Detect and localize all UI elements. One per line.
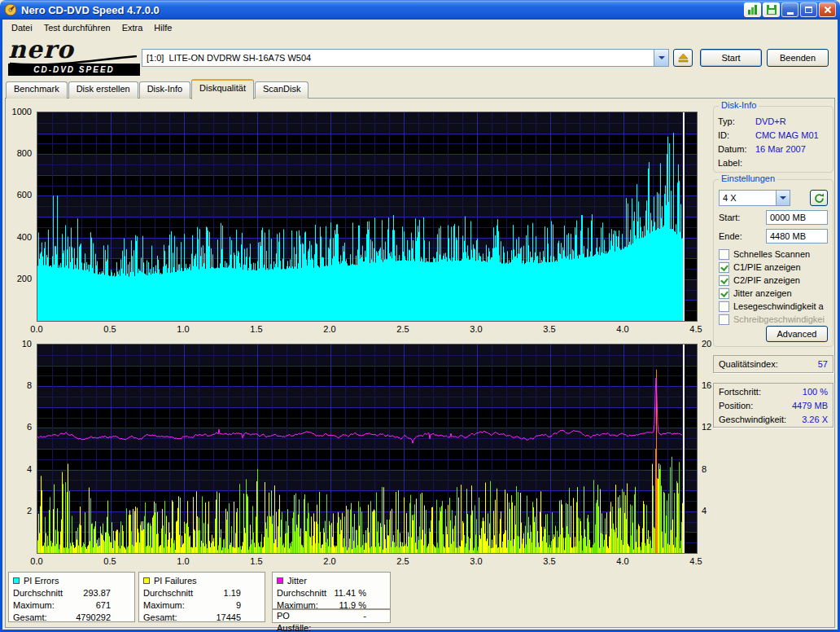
close-button[interactable] [819, 2, 836, 17]
checkbox-box [719, 301, 729, 312]
axis-tick-label: 6 [27, 422, 32, 432]
eject-icon [678, 53, 689, 63]
axis-tick-label: 2.0 [319, 556, 340, 566]
axis-tick-label: 3.0 [466, 556, 487, 566]
checkbox-box [719, 275, 729, 286]
axis-tick-label: 3.5 [539, 324, 560, 334]
diskqualitaet-tab-page: 2004006008001000 0.00.51.01.52.02.53.03.… [5, 98, 835, 628]
eject-button[interactable] [673, 49, 693, 67]
checkbox-jitter[interactable]: Jitter anzeigen [714, 287, 833, 300]
stat-value: 11.41 % [326, 587, 386, 599]
po-value: - [311, 610, 386, 622]
pi-failures-legend-title: PI Failures [154, 576, 197, 586]
disk-info-label: ID: [718, 129, 755, 143]
checkbox-label: Lesegeschwindigkeit a [733, 301, 824, 311]
scan-end-field[interactable]: 4480 MB [766, 229, 828, 244]
axis-tick-label: 0.5 [99, 556, 120, 566]
titlebar-chart-icon[interactable] [744, 2, 761, 17]
disk-info-label: Typ: [718, 115, 755, 129]
checkbox-label: Schreibgeschwindigkei [733, 314, 825, 324]
refresh-speed-button[interactable] [810, 190, 828, 206]
progress-label: Geschwindigkeit: [719, 413, 802, 427]
tab-bar: Benchmark Disk erstellen Disk-Info Diskq… [6, 81, 309, 99]
axis-tick-label: 4 [27, 464, 32, 474]
pi-errors-legend: PI Errors Durchschnitt293.87 Maximum:671… [8, 572, 135, 622]
pi-failures-legend: PI Failures Durchschnitt1.19 Maximum:9 G… [138, 572, 265, 622]
tab-scandisk[interactable]: ScanDisk [255, 81, 308, 99]
maximize-button[interactable] [800, 2, 817, 17]
axis-tick-label: 2 [27, 506, 32, 516]
stat-value: 293.87 [63, 587, 130, 599]
checkbox-box [719, 262, 729, 273]
axis-tick-label: 2.5 [392, 556, 413, 566]
axis-tick-label: 4.0 [612, 324, 633, 334]
progress-value: 4479 MB [792, 399, 828, 413]
axis-tick-label: 4.5 [685, 324, 707, 334]
scan-speed-arrow[interactable] [776, 191, 790, 205]
checkbox-box [719, 288, 729, 299]
drive-select-arrow[interactable] [654, 50, 668, 66]
progress-value: 100 % [803, 385, 828, 399]
minimize-button[interactable] [781, 2, 798, 17]
disk-info-label: Datum: [718, 143, 755, 156]
stat-label: Gesamt: [13, 612, 54, 624]
pi-failures-jitter-chart [37, 344, 698, 554]
tab-disk-info[interactable]: Disk-Info [139, 81, 190, 99]
axis-tick-label: 2.0 [319, 324, 340, 334]
scan-end-label: Ende: [719, 231, 751, 241]
menubar: Datei Test durchführen Extra Hilfe [2, 20, 838, 36]
checkbox-c1-pie[interactable]: C1/PIE anzeigen [714, 261, 833, 274]
disk-info-value: DVD+R [755, 115, 786, 129]
pi-failures-x-axis: 0.00.51.01.52.02.53.03.54.04.5 [37, 556, 699, 567]
progress-label: Fortschritt: [719, 385, 803, 399]
menu-item-test-durchfuehren[interactable]: Test durchführen [38, 21, 116, 34]
po-label: PO Ausfälle: [277, 610, 311, 622]
axis-tick-label: 2.5 [392, 324, 413, 334]
progress-label: Position: [719, 399, 792, 413]
menu-item-hilfe[interactable]: Hilfe [148, 21, 177, 34]
disk-info-group: Disk-Info Typ:DVD+R ID:CMC MAG M01 Datum… [713, 106, 833, 173]
checkbox-label: Jitter anzeigen [733, 288, 792, 298]
nero-product-band: CD-DVD SPEED [8, 64, 140, 76]
checkbox-schnelles-scannen[interactable]: Schnelles Scannen [714, 248, 833, 261]
chevron-down-icon [780, 196, 786, 200]
stat-value: 4790292 [54, 612, 130, 624]
axis-tick-label: 0.5 [99, 324, 120, 334]
drive-select-value: [1:0] LITE-ON DVDRW SH-16A7S W504 [142, 53, 654, 63]
titlebar-save-icon[interactable] [763, 2, 780, 17]
axis-tick-label: 800 [17, 148, 32, 158]
pi-errors-y-axis: 2004006008001000 [6, 112, 35, 322]
start-button[interactable]: Start [700, 49, 762, 67]
jitter-legend: Jitter Durchschnitt11.41 % Maximum:11.9 … [272, 572, 391, 609]
checkbox-lesegeschwindigkeit[interactable]: Lesegeschwindigkeit a [714, 300, 833, 313]
chevron-down-icon [658, 56, 665, 59]
checkbox-schreibgeschwindigkeit[interactable]: Schreibgeschwindigkei [714, 313, 833, 326]
stat-label: Gesamt: [143, 612, 184, 624]
axis-tick-label: 16 [702, 380, 711, 390]
axis-tick-label: 1.5 [246, 324, 267, 334]
tab-disk-erstellen[interactable]: Disk erstellen [68, 81, 138, 99]
stat-label: Durchschnitt [143, 587, 193, 599]
axis-tick-label: 8 [702, 464, 707, 474]
advanced-button[interactable]: Advanced [766, 326, 828, 342]
nero-logo: nero CD-DVD SPEED [8, 37, 140, 78]
stat-value: 17445 [184, 612, 260, 624]
menu-item-datei[interactable]: Datei [6, 21, 38, 34]
disk-info-label: Label: [718, 156, 755, 170]
settings-group: Einstellungen 4 X Start: 0000 MB Ende: 4… [713, 179, 833, 347]
quality-index-value: 57 [818, 356, 828, 372]
checkbox-c2-pif[interactable]: C2/PIF anzeigen [714, 274, 833, 287]
menu-item-extra[interactable]: Extra [116, 21, 149, 34]
tab-benchmark[interactable]: Benchmark [6, 81, 68, 99]
titlebar[interactable]: Nero CD-DVD Speed 4.7.0.0 [0, 0, 840, 20]
scan-speed-select[interactable]: 4 X [719, 190, 790, 206]
scan-start-field[interactable]: 0000 MB [766, 210, 828, 225]
drive-select[interactable]: [1:0] LITE-ON DVDRW SH-16A7S W504 [142, 49, 669, 67]
stat-label: Maximum: [143, 599, 185, 612]
disk-info-value: 16 Mar 2007 [755, 143, 806, 156]
tab-diskqualitaet[interactable]: Diskqualität [191, 79, 254, 99]
quit-button[interactable]: Beenden [767, 49, 829, 67]
axis-tick-label: 1000 [12, 107, 32, 116]
pi-errors-chart [37, 112, 698, 322]
pi-failures-y-axis: 246810 [6, 344, 35, 554]
